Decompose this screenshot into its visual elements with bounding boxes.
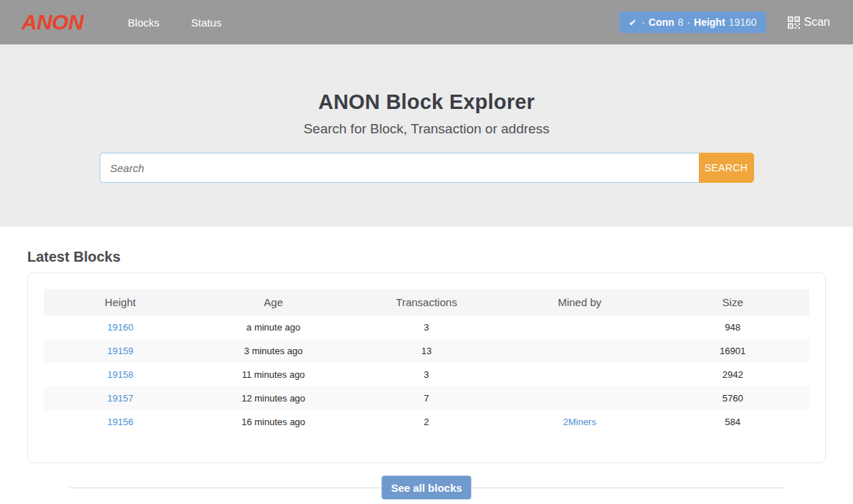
anon-logo[interactable]: ANON — [22, 10, 83, 34]
size-cell: 584 — [656, 410, 809, 434]
table-row: 19157 12 minutes ago 7 5760 — [44, 386, 809, 410]
column-header-size: Size — [656, 289, 809, 315]
size-cell: 5760 — [656, 386, 809, 410]
age-cell: 3 minutes ago — [197, 339, 351, 363]
page-subtitle: Search for Block, Transaction or address — [0, 121, 853, 137]
mined-by-cell — [503, 339, 657, 363]
see-all-section: See all blocks — [27, 465, 826, 504]
table-row: 19159 3 minutes ago 13 16901 — [44, 339, 809, 363]
separator-dot: · — [642, 16, 645, 28]
search-bar: SEARCH — [100, 153, 754, 183]
see-all-blocks-button[interactable]: See all blocks — [381, 476, 471, 500]
height-label: Height — [694, 16, 725, 28]
qr-code-icon — [788, 16, 800, 29]
hero-section: ANON Block Explorer Search for Block, Tr… — [0, 44, 853, 227]
nav-link-blocks[interactable]: Blocks — [128, 16, 159, 29]
column-header-height: Height — [44, 289, 197, 315]
separator-dot: · — [687, 16, 690, 28]
age-cell: 16 minutes ago — [197, 410, 351, 434]
scan-button[interactable]: Scan — [788, 16, 830, 29]
mined-by-cell — [503, 363, 657, 386]
conn-label: Conn — [649, 16, 675, 28]
search-button[interactable]: SEARCH — [699, 153, 754, 183]
transactions-cell: 13 — [350, 339, 503, 363]
latest-blocks-table: Height Age Transactions Mined by Size 19… — [44, 289, 809, 434]
table-header-row: Height Age Transactions Mined by Size — [44, 289, 809, 315]
age-cell: 11 minutes ago — [197, 363, 351, 386]
main-content: Latest Blocks Height Age Transactions Mi… — [0, 249, 853, 504]
size-cell: 948 — [656, 315, 809, 339]
mined-by-cell — [503, 315, 657, 339]
table-row: 19158 11 minutes ago 3 2942 — [44, 363, 809, 386]
search-input[interactable] — [100, 153, 699, 183]
latest-blocks-heading: Latest Blocks — [27, 249, 826, 265]
nav-link-status[interactable]: Status — [191, 16, 222, 29]
transactions-cell: 2 — [350, 410, 503, 434]
column-header-mined-by: Mined by — [503, 289, 657, 315]
navbar: ANON Blocks Status ✔ · Conn 8 · Height 1… — [0, 0, 853, 44]
size-cell: 16901 — [656, 339, 809, 363]
block-height-link[interactable]: 19159 — [108, 346, 133, 356]
latest-blocks-card: Height Age Transactions Mined by Size 19… — [27, 272, 826, 463]
block-height-link[interactable]: 19156 — [108, 417, 133, 427]
transactions-cell: 7 — [350, 386, 503, 410]
block-height-link[interactable]: 19157 — [108, 393, 133, 404]
column-header-transactions: Transactions — [350, 289, 503, 315]
column-header-age: Age — [197, 289, 351, 315]
height-value: 19160 — [729, 16, 757, 28]
check-icon: ✔ — [629, 17, 637, 28]
age-cell: a minute ago — [197, 315, 351, 339]
nav-links: Blocks Status — [128, 16, 221, 29]
table-row: 19156 16 minutes ago 2 2Miners 584 — [44, 410, 809, 434]
conn-value: 8 — [678, 16, 684, 28]
mined-by-cell — [503, 386, 657, 410]
size-cell: 2942 — [656, 363, 809, 386]
transactions-cell: 3 — [350, 315, 503, 339]
scan-label: Scan — [804, 16, 830, 29]
transactions-cell: 3 — [350, 363, 503, 386]
age-cell: 12 minutes ago — [197, 386, 351, 410]
miner-link[interactable]: 2Miners — [563, 417, 596, 427]
navbar-right: ✔ · Conn 8 · Height 19160 Scan — [619, 11, 830, 33]
block-height-link[interactable]: 19158 — [108, 369, 133, 380]
table-row: 19160 a minute ago 3 948 — [44, 315, 809, 339]
connection-status-badge[interactable]: ✔ · Conn 8 · Height 19160 — [619, 11, 766, 33]
block-height-link[interactable]: 19160 — [108, 322, 133, 333]
page-title: ANON Block Explorer — [0, 90, 853, 114]
